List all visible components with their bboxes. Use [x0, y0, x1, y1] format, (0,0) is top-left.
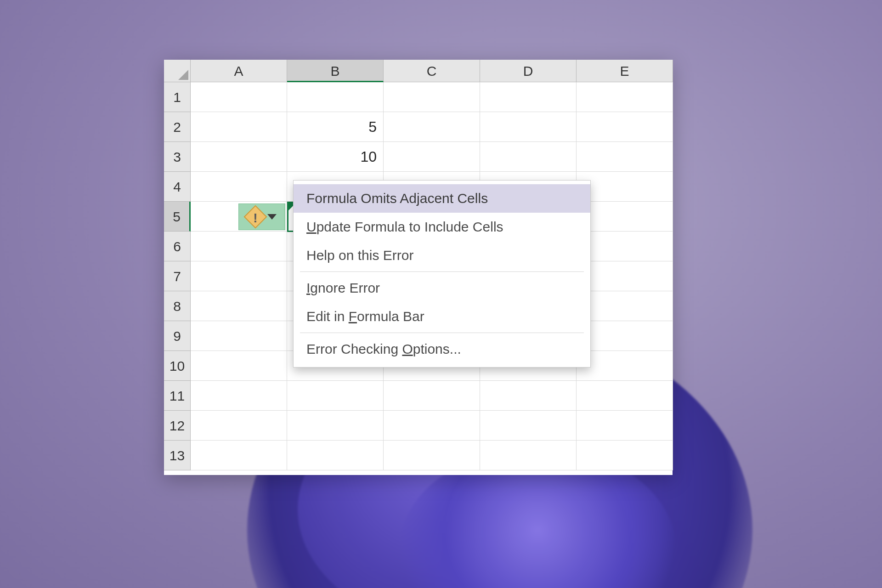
row-header-8[interactable]: 8	[164, 291, 191, 321]
cell-B2[interactable]: 5	[287, 112, 384, 142]
cell-E11[interactable]	[577, 381, 673, 411]
cell-E4[interactable]	[577, 172, 673, 202]
cell-E1[interactable]	[577, 82, 673, 112]
row-header-5[interactable]: 5	[164, 202, 191, 232]
menu-item-4[interactable]: Ignore Error	[294, 274, 590, 302]
select-all-corner[interactable]	[164, 60, 191, 82]
chevron-down-icon	[267, 214, 277, 220]
cell-A3[interactable]	[191, 142, 287, 172]
cell-E13[interactable]	[577, 441, 673, 470]
menu-item-0[interactable]: Formula Omits Adjacent Cells	[294, 184, 590, 213]
cell-D3[interactable]	[480, 142, 577, 172]
cell-A7[interactable]	[191, 261, 287, 291]
warning-icon: !	[244, 205, 267, 229]
cell-A4[interactable]	[191, 172, 287, 202]
row-header-12[interactable]: 12	[164, 411, 191, 441]
row-header-9[interactable]: 9	[164, 321, 191, 351]
cell-A1[interactable]	[191, 82, 287, 112]
cell-B13[interactable]	[287, 441, 384, 470]
row-header-10[interactable]: 10	[164, 351, 191, 381]
cell-D1[interactable]	[480, 82, 577, 112]
cell-E7[interactable]	[577, 261, 673, 291]
cell-B12[interactable]	[287, 411, 384, 441]
cell-B11[interactable]	[287, 381, 384, 411]
error-smart-tag-button[interactable]: !	[238, 204, 285, 230]
cell-E9[interactable]	[577, 321, 673, 351]
row-headers: 1 2 3 4 5 6 7 8 9 10 11 12 13	[164, 82, 191, 475]
cell-E12[interactable]	[577, 411, 673, 441]
col-header-A[interactable]: A	[191, 60, 287, 82]
cell-A8[interactable]	[191, 291, 287, 321]
row-header-13[interactable]: 13	[164, 441, 191, 470]
cell-A11[interactable]	[191, 381, 287, 411]
cell-C11[interactable]	[384, 381, 480, 411]
menu-item-1[interactable]: Update Formula to Include Cells	[294, 213, 590, 241]
row-header-1[interactable]: 1	[164, 82, 191, 112]
cell-A9[interactable]	[191, 321, 287, 351]
col-header-C[interactable]: C	[384, 60, 480, 82]
cell-E6[interactable]	[577, 232, 673, 261]
column-headers: A B C D E	[191, 60, 673, 82]
cell-A13[interactable]	[191, 441, 287, 470]
menu-separator	[300, 271, 584, 272]
cell-E10[interactable]	[577, 351, 673, 381]
cell-A12[interactable]	[191, 411, 287, 441]
cell-E8[interactable]	[577, 291, 673, 321]
cell-C3[interactable]	[384, 142, 480, 172]
row-header-3[interactable]: 3	[164, 142, 191, 172]
cell-D13[interactable]	[480, 441, 577, 470]
cell-C12[interactable]	[384, 411, 480, 441]
cell-C13[interactable]	[384, 441, 480, 470]
menu-item-5[interactable]: Edit in Formula Bar	[294, 302, 590, 331]
cell-A2[interactable]	[191, 112, 287, 142]
menu-item-2[interactable]: Help on this Error	[294, 241, 590, 270]
col-header-D[interactable]: D	[480, 60, 577, 82]
cell-A10[interactable]	[191, 351, 287, 381]
cell-E5[interactable]	[577, 202, 673, 232]
cell-A6[interactable]	[191, 232, 287, 261]
row-header-11[interactable]: 11	[164, 381, 191, 411]
row-header-7[interactable]: 7	[164, 261, 191, 291]
cell-E2[interactable]	[577, 112, 673, 142]
error-context-menu: Formula Omits Adjacent CellsUpdate Formu…	[293, 180, 591, 368]
cell-B3[interactable]: 10	[287, 142, 384, 172]
cell-D12[interactable]	[480, 411, 577, 441]
menu-item-7[interactable]: Error Checking Options...	[294, 335, 590, 363]
col-header-B[interactable]: B	[287, 60, 384, 82]
menu-separator	[300, 333, 584, 333]
cell-D11[interactable]	[480, 381, 577, 411]
cell-E3[interactable]	[577, 142, 673, 172]
col-header-E[interactable]: E	[577, 60, 673, 82]
row-header-6[interactable]: 6	[164, 232, 191, 261]
cell-B1[interactable]	[287, 82, 384, 112]
cell-D2[interactable]	[480, 112, 577, 142]
row-header-4[interactable]: 4	[164, 172, 191, 202]
cell-C2[interactable]	[384, 112, 480, 142]
cell-C1[interactable]	[384, 82, 480, 112]
row-header-2[interactable]: 2	[164, 112, 191, 142]
